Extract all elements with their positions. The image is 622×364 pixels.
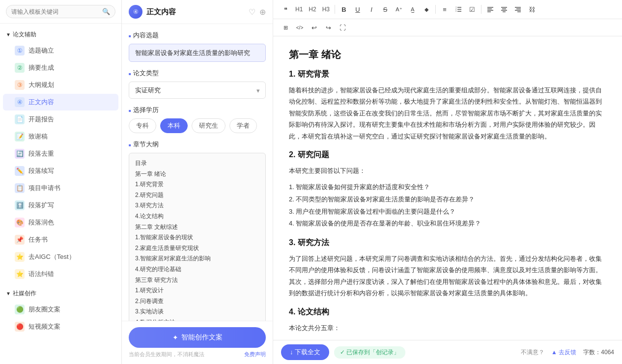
menu-item[interactable]: ✏️ 段落续写 bbox=[3, 163, 118, 179]
toolbar-bold-btn[interactable]: B bbox=[338, 3, 350, 16]
menu-item[interactable]: 🔴 短视频文案 bbox=[3, 318, 118, 335]
toolbar-h3-btn[interactable]: H3 bbox=[320, 5, 332, 14]
menu-item[interactable]: 🔄 段落去重 bbox=[3, 145, 118, 162]
outline-line: 4.数据分析方法 bbox=[135, 317, 259, 321]
menu-item[interactable]: ③ 大纲规划 bbox=[3, 77, 118, 93]
menu-item[interactable]: 📝 致谢稿 bbox=[3, 128, 118, 145]
menu-item[interactable]: ⭐ 语法纠错 bbox=[3, 266, 118, 282]
menu-item[interactable]: 🎨 段落润色 bbox=[3, 214, 118, 231]
left-panel: 🔍 ▼ 论文辅助 ① 选题确立 ② 摘要生成 ③ 大纲规划 ④ 正文内容 📄 开… bbox=[0, 0, 122, 364]
section-header-social[interactable]: ▼ 社媒创作 bbox=[0, 286, 121, 301]
edu-btn-benke[interactable]: 本科 bbox=[160, 118, 188, 133]
menu-item[interactable]: ② 摘要生成 bbox=[3, 59, 118, 76]
edu-btn-xuezhe[interactable]: 学者 bbox=[229, 118, 257, 133]
toolbar-italic-btn[interactable]: I bbox=[365, 3, 378, 16]
svg-text:3: 3 bbox=[455, 10, 457, 12]
toolbar-code-btn[interactable]: </> bbox=[293, 21, 306, 34]
item-icon-polish: 🎨 bbox=[15, 218, 25, 227]
outline-label: 章节大纲 bbox=[129, 140, 266, 149]
search-input[interactable] bbox=[11, 8, 102, 15]
toolbar-align-right-btn[interactable] bbox=[511, 3, 524, 16]
question-list: 1. 智能家居设备如何提升家庭的舒适度和安全性？ 2. 不同类型的智能家居设备对… bbox=[289, 181, 606, 230]
more-icon[interactable]: ⊕ bbox=[259, 7, 266, 17]
menu-item[interactable]: ① 选题确立 bbox=[3, 42, 118, 59]
outline-line: 目录 bbox=[135, 158, 259, 169]
mid-footer-note: 当前会员生效期间，不消耗魔法 免费声明 bbox=[129, 351, 266, 358]
menu-item-content[interactable]: ④ 正文内容 bbox=[3, 94, 118, 111]
toolbar-redo-btn[interactable]: ↪ bbox=[322, 21, 335, 34]
toolbar-align-left-btn[interactable] bbox=[484, 3, 497, 16]
mid-body: 内容选题 论文类型 实证研究 理论研究 综述论文 应用研究 选择学历 专科 本科… bbox=[122, 24, 273, 321]
toolbar-link-btn[interactable]: ⛓ bbox=[525, 3, 538, 16]
toolbar-underline-btn[interactable]: U bbox=[351, 3, 364, 16]
item-icon-expand: ⬆️ bbox=[15, 200, 25, 210]
section-para-background: 随着科技的进步，智能家居设备已经成为现代家庭生活的重要组成部分。智能家居设备通过… bbox=[289, 84, 606, 142]
item-icon-aigc: ⭐ bbox=[15, 252, 25, 262]
menu-item[interactable]: 📄 开题报告 bbox=[3, 111, 118, 128]
editor-toolbar-row1: ❝ H1 H2 H3 B U I S A⁺ A̲ ◆ ≡ 1 2 3 ☑ bbox=[273, 0, 622, 19]
toolbar-highlight-btn[interactable]: ◆ bbox=[420, 3, 433, 16]
content-title-label: 内容选题 bbox=[129, 31, 266, 40]
align-center-icon bbox=[501, 6, 508, 13]
search-icon: 🔍 bbox=[102, 8, 110, 15]
toolbar-align-center-btn[interactable] bbox=[498, 3, 510, 16]
footer-note-right[interactable]: 免费声明 bbox=[244, 351, 266, 358]
item-icon-content: ④ bbox=[15, 97, 25, 107]
saved-badge: ✓ 已保存到「创记录」 bbox=[334, 346, 405, 359]
download-btn[interactable]: ↓ 下载全文 bbox=[281, 344, 329, 360]
toolbar-grid-btn[interactable]: ⊞ bbox=[279, 21, 292, 34]
item-label-thanks: 致谢稿 bbox=[28, 132, 48, 141]
edu-btn-zhuanke[interactable]: 专科 bbox=[129, 118, 156, 133]
item-label-topic: 选题确立 bbox=[28, 46, 54, 55]
section-heading-background: 1. 研究背景 bbox=[289, 69, 606, 80]
toolbar-ol-btn[interactable]: 1 2 3 bbox=[452, 3, 465, 16]
paper-type-select-wrap: 实证研究 理论研究 综述论文 应用研究 bbox=[129, 82, 266, 99]
item-label-task: 任务书 bbox=[28, 235, 48, 244]
menu-item[interactable]: ⬆️ 段落扩写 bbox=[3, 197, 118, 214]
menu-item[interactable]: 📋 项目申请书 bbox=[3, 180, 118, 196]
editor-toolbar-row2: ⊞ </> ↩ ↪ ⛶ bbox=[273, 19, 622, 36]
saved-text: ✓ 已保存到「创记录」 bbox=[340, 348, 399, 357]
item-label-aigc: 去AIGC（Test） bbox=[28, 252, 75, 261]
create-btn-icon: ✦ bbox=[172, 334, 178, 341]
chapter-title: 第一章 绪论 bbox=[289, 48, 606, 61]
toolbar-undo-btn[interactable]: ↩ bbox=[308, 21, 320, 34]
editor-body[interactable]: 第一章 绪论 1. 研究背景 随着科技的进步，智能家居设备已经成为现代家庭生活的… bbox=[273, 36, 622, 340]
toolbar-h1-btn[interactable]: H1 bbox=[293, 5, 305, 14]
section-heading-method: 3. 研究方法 bbox=[289, 238, 606, 248]
section-header-paper[interactable]: ▼ 论文辅助 bbox=[0, 28, 121, 42]
outline-line: 4.论文结构 bbox=[135, 211, 259, 222]
section-para-method: 为了回答上述研究问题，本研究采用了问卷调查和实地访谈相结合的方法。首先，通过分发… bbox=[289, 253, 606, 299]
edu-btn-yanjiusheng[interactable]: 研究生 bbox=[192, 118, 226, 133]
arrow-icon: ▼ bbox=[6, 32, 11, 37]
toolbar-ul-btn[interactable]: ≡ bbox=[438, 3, 451, 16]
toolbar-fontcolor-btn[interactable]: A⁺ bbox=[393, 3, 405, 16]
section-label-social: 社媒创作 bbox=[13, 289, 36, 298]
favorite-icon[interactable]: ♡ bbox=[249, 7, 255, 17]
list-item: 3. 用户在使用智能家居设备过程中面临的主要问题是什么？ bbox=[289, 206, 606, 218]
edu-level-buttons: 专科 本科 研究生 学者 bbox=[129, 118, 266, 133]
create-btn[interactable]: ✦ 智能创作文案 bbox=[129, 327, 266, 348]
item-icon-grammar: ⭐ bbox=[15, 269, 25, 279]
toolbar-strikethrough-btn[interactable]: S bbox=[379, 3, 392, 16]
item-icon-task: 📌 bbox=[15, 235, 25, 245]
toolbar-fullscreen-btn[interactable]: ⛶ bbox=[336, 21, 349, 34]
menu-item[interactable]: 📌 任务书 bbox=[3, 231, 118, 248]
outline-line: 1.研究设计 bbox=[135, 285, 259, 296]
feedback-btn[interactable]: ▲ 去反馈 bbox=[551, 348, 576, 357]
toolbar-checkbox-btn[interactable]: ☑ bbox=[466, 3, 479, 16]
editor-footer-left: ↓ 下载全文 ✓ 已保存到「创记录」 bbox=[281, 344, 405, 360]
menu-item[interactable]: 🟢 朋友圈文案 bbox=[3, 301, 118, 318]
menu-item[interactable]: ⭐ 去AIGC（Test） bbox=[3, 249, 118, 265]
item-icon-topic: ① bbox=[15, 46, 25, 56]
content-title-input[interactable] bbox=[129, 44, 266, 62]
mid-header-left: ④ 正文内容 bbox=[129, 5, 176, 19]
right-panel: ❝ H1 H2 H3 B U I S A⁺ A̲ ◆ ≡ 1 2 3 ☑ bbox=[273, 0, 622, 364]
paper-type-select[interactable]: 实证研究 理论研究 综述论文 应用研究 bbox=[129, 82, 266, 99]
align-left-icon bbox=[487, 6, 494, 13]
toolbar-fontbg-btn[interactable]: A̲ bbox=[406, 3, 419, 16]
toolbar-h2-btn[interactable]: H2 bbox=[306, 5, 318, 14]
item-label-expand: 段落扩写 bbox=[28, 201, 54, 210]
toolbar-quote-btn[interactable]: ❝ bbox=[279, 3, 292, 16]
item-label-grammar: 语法纠错 bbox=[28, 270, 54, 279]
